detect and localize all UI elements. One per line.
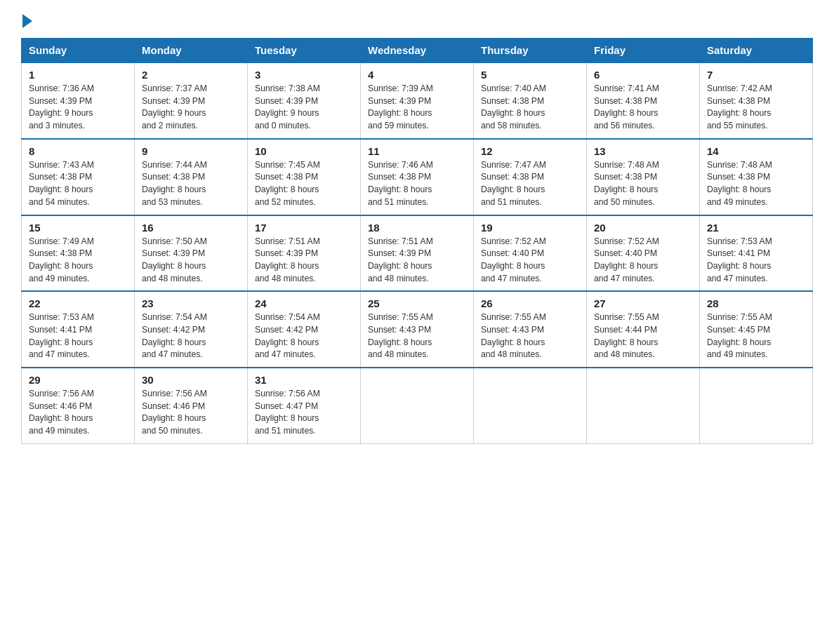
calendar-cell [587,368,700,443]
calendar-cell: 24 Sunrise: 7:54 AMSunset: 4:42 PMDaylig… [248,291,361,368]
calendar-cell: 18 Sunrise: 7:51 AMSunset: 4:39 PMDaylig… [361,215,474,292]
calendar-cell: 31 Sunrise: 7:56 AMSunset: 4:47 PMDaylig… [248,368,361,443]
calendar-cell: 4 Sunrise: 7:39 AMSunset: 4:39 PMDayligh… [361,62,474,139]
day-number: 28 [707,297,805,309]
day-info: Sunrise: 7:45 AMSunset: 4:38 PMDaylight:… [255,159,353,209]
calendar-cell: 21 Sunrise: 7:53 AMSunset: 4:41 PMDaylig… [700,215,813,292]
day-number: 21 [707,222,805,234]
day-info: Sunrise: 7:37 AMSunset: 4:39 PMDaylight:… [142,83,240,133]
calendar-cell: 3 Sunrise: 7:38 AMSunset: 4:39 PMDayligh… [248,62,361,139]
calendar-cell: 9 Sunrise: 7:44 AMSunset: 4:38 PMDayligh… [135,139,248,215]
day-info: Sunrise: 7:47 AMSunset: 4:38 PMDaylight:… [481,159,579,209]
day-info: Sunrise: 7:52 AMSunset: 4:40 PMDaylight:… [481,236,579,286]
logo-arrow-icon [22,14,32,28]
day-number: 29 [29,374,127,386]
calendar-week-row: 1 Sunrise: 7:36 AMSunset: 4:39 PMDayligh… [22,62,813,139]
day-info: Sunrise: 7:42 AMSunset: 4:38 PMDaylight:… [707,83,805,133]
day-info: Sunrise: 7:40 AMSunset: 4:38 PMDaylight:… [481,83,579,133]
header-friday: Friday [587,39,700,63]
calendar-cell: 8 Sunrise: 7:43 AMSunset: 4:38 PMDayligh… [22,139,135,215]
day-number: 22 [29,297,127,309]
day-info: Sunrise: 7:55 AMSunset: 4:44 PMDaylight:… [594,311,692,361]
day-number: 12 [481,145,579,157]
day-info: Sunrise: 7:56 AMSunset: 4:47 PMDaylight:… [255,388,353,438]
day-number: 11 [368,145,466,157]
day-info: Sunrise: 7:54 AMSunset: 4:42 PMDaylight:… [142,311,240,361]
day-info: Sunrise: 7:51 AMSunset: 4:39 PMDaylight:… [368,236,466,286]
calendar-week-row: 22 Sunrise: 7:53 AMSunset: 4:41 PMDaylig… [22,291,813,368]
day-number: 14 [707,145,805,157]
calendar-cell: 2 Sunrise: 7:37 AMSunset: 4:39 PMDayligh… [135,62,248,139]
calendar-cell [700,368,813,443]
day-info: Sunrise: 7:51 AMSunset: 4:39 PMDaylight:… [255,236,353,286]
day-number: 4 [368,69,466,81]
calendar-cell: 23 Sunrise: 7:54 AMSunset: 4:42 PMDaylig… [135,291,248,368]
header-sunday: Sunday [22,39,135,63]
calendar-cell [361,368,474,443]
day-number: 24 [255,297,353,309]
day-info: Sunrise: 7:54 AMSunset: 4:42 PMDaylight:… [255,311,353,361]
day-number: 15 [29,222,127,234]
day-info: Sunrise: 7:38 AMSunset: 4:39 PMDaylight:… [255,83,353,133]
calendar-cell: 27 Sunrise: 7:55 AMSunset: 4:44 PMDaylig… [587,291,700,368]
calendar-week-row: 8 Sunrise: 7:43 AMSunset: 4:38 PMDayligh… [22,139,813,215]
day-info: Sunrise: 7:36 AMSunset: 4:39 PMDaylight:… [29,83,127,133]
calendar-cell: 12 Sunrise: 7:47 AMSunset: 4:38 PMDaylig… [474,139,587,215]
calendar-cell: 22 Sunrise: 7:53 AMSunset: 4:41 PMDaylig… [22,291,135,368]
logo [21,14,34,25]
day-number: 7 [707,69,805,81]
calendar-cell: 14 Sunrise: 7:48 AMSunset: 4:38 PMDaylig… [700,139,813,215]
day-info: Sunrise: 7:55 AMSunset: 4:45 PMDaylight:… [707,311,805,361]
calendar-cell [474,368,587,443]
day-number: 25 [368,297,466,309]
day-info: Sunrise: 7:56 AMSunset: 4:46 PMDaylight:… [29,388,127,438]
day-number: 18 [368,222,466,234]
calendar-cell: 30 Sunrise: 7:56 AMSunset: 4:46 PMDaylig… [135,368,248,443]
calendar-cell: 28 Sunrise: 7:55 AMSunset: 4:45 PMDaylig… [700,291,813,368]
day-info: Sunrise: 7:53 AMSunset: 4:41 PMDaylight:… [707,236,805,286]
day-number: 13 [594,145,692,157]
day-info: Sunrise: 7:55 AMSunset: 4:43 PMDaylight:… [481,311,579,361]
calendar-cell: 7 Sunrise: 7:42 AMSunset: 4:38 PMDayligh… [700,62,813,139]
day-info: Sunrise: 7:43 AMSunset: 4:38 PMDaylight:… [29,159,127,209]
day-number: 19 [481,222,579,234]
day-number: 30 [142,374,240,386]
day-number: 8 [29,145,127,157]
calendar-cell: 19 Sunrise: 7:52 AMSunset: 4:40 PMDaylig… [474,215,587,292]
header-wednesday: Wednesday [361,39,474,63]
calendar-cell: 11 Sunrise: 7:46 AMSunset: 4:38 PMDaylig… [361,139,474,215]
header-thursday: Thursday [474,39,587,63]
calendar-week-row: 15 Sunrise: 7:49 AMSunset: 4:38 PMDaylig… [22,215,813,292]
day-number: 1 [29,69,127,81]
day-number: 16 [142,222,240,234]
calendar-cell: 5 Sunrise: 7:40 AMSunset: 4:38 PMDayligh… [474,62,587,139]
day-number: 20 [594,222,692,234]
day-number: 23 [142,297,240,309]
day-number: 10 [255,145,353,157]
day-number: 26 [481,297,579,309]
header-saturday: Saturday [700,39,813,63]
calendar-cell: 1 Sunrise: 7:36 AMSunset: 4:39 PMDayligh… [22,62,135,139]
calendar-cell: 25 Sunrise: 7:55 AMSunset: 4:43 PMDaylig… [361,291,474,368]
day-info: Sunrise: 7:56 AMSunset: 4:46 PMDaylight:… [142,388,240,438]
day-number: 5 [481,69,579,81]
day-number: 31 [255,374,353,386]
calendar-cell: 17 Sunrise: 7:51 AMSunset: 4:39 PMDaylig… [248,215,361,292]
day-info: Sunrise: 7:44 AMSunset: 4:38 PMDaylight:… [142,159,240,209]
calendar-cell: 6 Sunrise: 7:41 AMSunset: 4:38 PMDayligh… [587,62,700,139]
calendar-cell: 13 Sunrise: 7:48 AMSunset: 4:38 PMDaylig… [587,139,700,215]
logo-top [21,14,34,28]
day-info: Sunrise: 7:39 AMSunset: 4:39 PMDaylight:… [368,83,466,133]
page-header [21,14,813,25]
calendar-table: SundayMondayTuesdayWednesdayThursdayFrid… [21,38,813,444]
calendar-cell: 10 Sunrise: 7:45 AMSunset: 4:38 PMDaylig… [248,139,361,215]
day-info: Sunrise: 7:48 AMSunset: 4:38 PMDaylight:… [707,159,805,209]
day-number: 17 [255,222,353,234]
day-info: Sunrise: 7:50 AMSunset: 4:39 PMDaylight:… [142,236,240,286]
day-info: Sunrise: 7:49 AMSunset: 4:38 PMDaylight:… [29,236,127,286]
day-info: Sunrise: 7:46 AMSunset: 4:38 PMDaylight:… [368,159,466,209]
day-info: Sunrise: 7:55 AMSunset: 4:43 PMDaylight:… [368,311,466,361]
calendar-cell: 15 Sunrise: 7:49 AMSunset: 4:38 PMDaylig… [22,215,135,292]
day-number: 3 [255,69,353,81]
day-number: 27 [594,297,692,309]
